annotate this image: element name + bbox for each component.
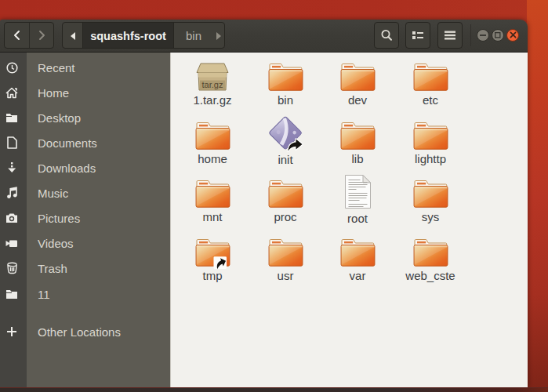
svg-text:tar.gz: tar.gz bbox=[202, 80, 223, 89]
